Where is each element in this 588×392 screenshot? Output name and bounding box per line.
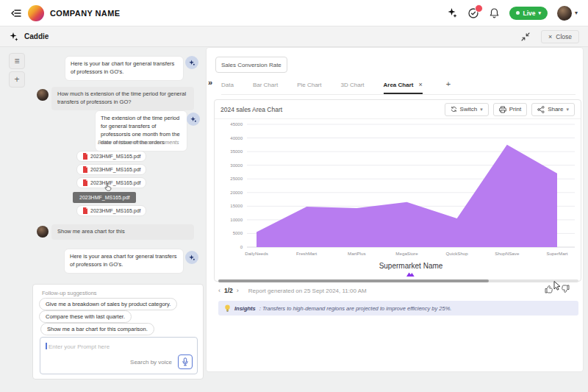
reference-note: Below are the reference documents	[98, 140, 179, 145]
share-button[interactable]: Share ▾	[531, 103, 575, 116]
pdf-icon	[82, 207, 88, 214]
pdf-filename: 2023HMF_MS165.pdf	[90, 167, 140, 172]
svg-text:35000: 35000	[230, 149, 243, 154]
profile-menu[interactable]: ▾	[557, 6, 578, 21]
ai-badge	[185, 56, 198, 69]
suggestion-chip[interactable]: Show me a bar chart for this comparison.	[40, 323, 154, 335]
user-message: How much is extension of the time period…	[51, 87, 194, 110]
svg-text:25000: 25000	[230, 177, 243, 181]
thumbs-down-icon[interactable]	[561, 285, 570, 293]
app-window: COMPANY NAME Live ▾ ▾	[0, 0, 588, 392]
report-pagination: ‹ 1/2 › Report generated on 25 Sept 2024…	[218, 285, 367, 296]
tab-bar-chart[interactable]: Bar Chart	[253, 82, 278, 94]
tab-label: Area Chart	[384, 82, 414, 88]
app-header: COMPANY NAME Live ▾ ▾	[0, 0, 588, 26]
close-icon: ×	[548, 33, 552, 40]
live-button[interactable]: Live ▾	[509, 7, 548, 20]
pdf-filename: 2023HMF_MS165.pdf	[90, 180, 140, 185]
scrollbar-thumb[interactable]	[218, 279, 489, 282]
suggestion-chip[interactable]: Give me a breakdown of sales by product …	[39, 298, 177, 310]
new-chat-button[interactable]: +	[9, 71, 25, 88]
prev-page-icon[interactable]: ‹	[218, 287, 220, 294]
next-page-icon[interactable]: ›	[237, 287, 239, 294]
svg-text:MegaStore: MegaStore	[395, 251, 418, 256]
followup-label: Follow-up suggestions	[42, 290, 97, 296]
switch-button[interactable]: Switch ▾	[445, 103, 489, 116]
svg-text:30000: 30000	[230, 163, 243, 168]
prompt-placeholder: Enter your Prompt here	[49, 343, 110, 350]
caddie-sparkle-icon	[9, 32, 19, 42]
prompt-input[interactable]: Enter your Prompt here Search by voice	[40, 337, 198, 374]
add-tab-button[interactable]: +	[446, 79, 451, 94]
share-label: Share	[548, 106, 563, 113]
ai-badge	[185, 251, 198, 264]
caddie-title: Caddie	[24, 32, 49, 40]
sidebar-collapse-icon[interactable]	[10, 8, 22, 18]
thumbs-up-icon[interactable]	[545, 285, 553, 293]
suggestion-chip[interactable]: Compare these with last quarter.	[39, 310, 132, 323]
close-button[interactable]: × Close	[541, 30, 579, 43]
notification-badge	[475, 4, 483, 13]
caddie-titlebar: Caddie × Close	[0, 26, 588, 47]
print-icon	[499, 106, 506, 113]
svg-text:ShopNSave: ShopNSave	[495, 251, 520, 256]
company-name: COMPANY NAME	[50, 9, 120, 18]
chevron-down-icon: ▾	[575, 10, 578, 16]
svg-text:10000: 10000	[230, 218, 243, 222]
report-panel: Sales Conversion Rate » Data Bar Chart P…	[206, 47, 584, 372]
pdf-icon	[82, 179, 88, 186]
tab-pie-chart[interactable]: Pie Chart	[297, 82, 321, 94]
tab-data[interactable]: Data	[221, 82, 234, 94]
bot-message: The extension of the time period for gen…	[95, 110, 187, 152]
print-label: Print	[509, 106, 521, 113]
pdf-attachment[interactable]: 2023HMF_MS165.pdf	[76, 164, 146, 175]
svg-text:40000: 40000	[230, 136, 243, 140]
voice-search-label: Search by voice	[130, 359, 172, 366]
insights-text: : Transfers to high-demand regions are p…	[259, 305, 452, 312]
mic-button[interactable]	[178, 354, 193, 369]
tab-close-icon[interactable]: ×	[418, 81, 422, 88]
switch-label: Switch	[460, 106, 478, 113]
tab-area-chart[interactable]: Area Chart ×	[384, 81, 423, 94]
svg-text:0: 0	[240, 245, 243, 249]
insights-bar: Insights : Transfers to high-demand regi…	[218, 301, 578, 316]
svg-text:45000: 45000	[230, 122, 243, 126]
svg-text:SuperMart: SuperMart	[547, 251, 568, 256]
report-title-field[interactable]: Sales Conversion Rate	[215, 57, 287, 73]
svg-text:FreshMart: FreshMart	[296, 251, 317, 256]
page-indicator: 1/2	[224, 287, 233, 294]
svg-text:5000: 5000	[233, 231, 243, 235]
print-button[interactable]: Print	[493, 103, 527, 116]
area-chart: 0500010000150002000025000300003500040000…	[215, 119, 579, 279]
close-label: Close	[556, 33, 572, 40]
chevron-down-icon: ▾	[538, 10, 541, 15]
text-cursor	[46, 343, 47, 349]
expand-panel-icon[interactable]: »	[208, 78, 212, 87]
horizontal-scrollbar[interactable]	[218, 279, 578, 282]
pdf-tooltip: 2023HMF_MS165.pdf	[73, 192, 136, 203]
avatar	[557, 6, 572, 21]
live-label: Live	[523, 10, 535, 17]
switch-icon	[451, 106, 457, 113]
chat-menu-button[interactable]: ≡	[9, 53, 25, 69]
pdf-attachment[interactable]: 2023HMF_MS165.pdf	[76, 205, 146, 216]
svg-text:QuickShop: QuickShop	[446, 251, 469, 256]
report-meta: Report generated on 25 Sept 2024, 11:00 …	[248, 288, 367, 294]
bot-message: Here is your area chart for general tran…	[64, 249, 184, 274]
followup-panel: Follow-up suggestions Give me a breakdow…	[32, 284, 204, 379]
microphone-icon	[182, 357, 189, 366]
pdf-filename: 2023HMF_MS165.pdf	[90, 208, 140, 213]
user-message: Show me area chart for this	[51, 224, 194, 240]
tasks-check-icon[interactable]	[467, 7, 479, 19]
tab-3d-chart[interactable]: 3D Chart	[341, 82, 365, 94]
bell-icon[interactable]	[489, 7, 500, 19]
bot-message: Here is your bar chart for general trans…	[65, 56, 184, 81]
chart-title: 2024 sales Area Chart	[220, 106, 282, 113]
company-logo	[28, 5, 44, 21]
user-avatar	[37, 89, 49, 101]
ai-sparkle-icon[interactable]	[447, 7, 458, 18]
minimize-icon[interactable]	[520, 32, 531, 42]
pdf-attachment[interactable]: 2023HMF_MS165.pdf	[76, 151, 146, 162]
user-avatar	[37, 226, 49, 238]
live-dot-icon	[516, 11, 520, 15]
